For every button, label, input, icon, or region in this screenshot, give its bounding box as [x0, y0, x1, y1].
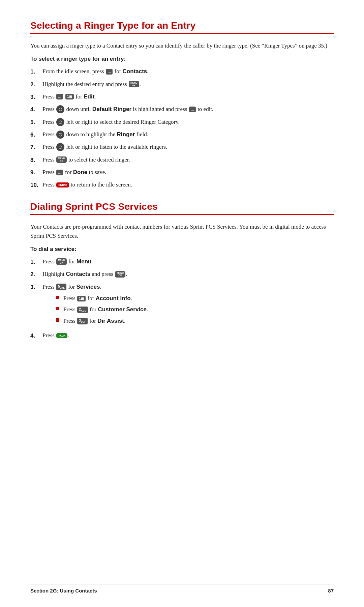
two-key-sub-icon: 2ABC [77, 307, 88, 313]
step-num: 1. [30, 257, 42, 266]
account-info-label: Account Info [96, 295, 131, 301]
step-content: Press ◯ left or right to select the desi… [42, 118, 334, 126]
ringer-label: Ringer [117, 131, 135, 138]
step-content: Press ◯ down to highlight the Ringer fie… [42, 130, 334, 139]
sub-bullet-content: Press 1▩ for Account Info. [63, 294, 132, 303]
step-content: Highlight the desired entry and press ME… [42, 80, 334, 89]
step-2-2: 2. Highlight Contacts and press MENUOK. [30, 270, 334, 279]
options-key-icon: … [56, 94, 63, 99]
sub-bullet-account: Press 1▩ for Account Info. [56, 294, 334, 303]
step-content: Press TALK. [42, 331, 334, 340]
one-key-sub-icon: 1▩ [77, 296, 86, 301]
step-content: Press MENUOK for Menu. [42, 257, 334, 266]
done-label: Done [73, 169, 88, 175]
footer-page-number: 87 [328, 588, 334, 594]
sub-bullet-content: Press 3DEF for Dir Assist. [63, 317, 125, 325]
nav-key-icon: ◯ [56, 131, 64, 139]
nav-key-icon: ◯ [56, 143, 64, 151]
services-sub-list: Press 1▩ for Account Info. Press 2ABC fo… [42, 294, 334, 325]
menu-ok-key-icon: MENUOK [115, 271, 125, 278]
section2-steps: 1. Press MENUOK for Menu. 2. Highlight C… [30, 257, 334, 340]
five-key-icon: 5JKL [56, 284, 66, 290]
step-1-3: 3. Press … 1▩ for Edit. [30, 92, 334, 102]
talk-key-icon: TALK [56, 333, 67, 338]
step-num: 2. [30, 270, 42, 279]
step-content: Press END/O to return to the idle screen… [42, 180, 334, 189]
step-2-4: 4. Press TALK. [30, 331, 334, 340]
contacts-key-icon: … [106, 69, 113, 75]
end-key-icon: END/O [56, 182, 69, 187]
step-content: Press … 1▩ for Edit. [42, 92, 334, 101]
step-1-10: 10. Press END/O to return to the idle sc… [30, 180, 334, 190]
default-ringer-label: Default Ringer [92, 106, 131, 112]
step-num: 5. [30, 118, 42, 127]
section2-body: Your Contacts are pre-programmed with co… [30, 222, 334, 240]
services-label: Services [76, 284, 100, 290]
step-content: Press 5JKL for Services. Press 1▩ for Ac… [42, 283, 334, 328]
step-num: 4. [30, 331, 42, 340]
sub-bullet-content: Press 2ABC for Customer Service. [63, 305, 148, 314]
step-content: Highlight Contacts and press MENUOK. [42, 270, 334, 279]
menu-ok-key-icon: MENUOK [56, 156, 67, 163]
red-bullet-icon [56, 307, 59, 310]
section1-title: Selecting a Ringer Type for an Entry [30, 20, 334, 31]
menu-label: Menu [77, 258, 91, 265]
page-footer: Section 2G: Using Contacts 87 [30, 584, 334, 594]
edit-label: Edit [84, 93, 94, 100]
step-num: 4. [30, 105, 42, 114]
section1-steps: 1. From the idle screen, press … for Con… [30, 67, 334, 190]
step-num: 9. [30, 168, 42, 177]
step-2-1: 1. Press MENUOK for Menu. [30, 257, 334, 266]
step-content: Press MENUOK to select the desired ringe… [42, 155, 334, 164]
menu-ok-key-icon: MENUOK [56, 258, 67, 265]
red-bullet-icon [56, 296, 59, 299]
step-num: 10. [30, 180, 42, 190]
step-num: 3. [30, 283, 42, 292]
contacts-label: Contacts [123, 68, 147, 75]
options-key-icon2: … [189, 107, 196, 112]
step-content: Press ◯ left or right to listen to the a… [42, 143, 334, 151]
nav-key-icon: ◯ [56, 118, 64, 126]
section1-divider [30, 33, 334, 34]
nav-key-icon: ◯ [56, 105, 64, 113]
step-num: 3. [30, 92, 42, 102]
step-1-8: 8. Press MENUOK to select the desired ri… [30, 155, 334, 165]
step-1-1: 1. From the idle screen, press … for Con… [30, 67, 334, 76]
step-1-5: 5. Press ◯ left or right to select the d… [30, 118, 334, 127]
section2-container: Dialing Sprint PCS Services Your Contact… [30, 201, 334, 341]
sub-bullet-customer: Press 2ABC for Customer Service. [56, 305, 334, 314]
step-1-4: 4. Press ◯ down until Default Ringer is … [30, 105, 334, 114]
sub-bullet-dir: Press 3DEF for Dir Assist. [56, 317, 334, 325]
step-content: From the idle screen, press … for Contac… [42, 67, 334, 76]
red-bullet-icon [56, 318, 59, 322]
step-2-3: 3. Press 5JKL for Services. Press 1▩ for… [30, 283, 334, 328]
step-num: 6. [30, 130, 42, 139]
contacts-bold-label: Contacts [66, 271, 90, 277]
footer-section-label: Section 2G: Using Contacts [30, 588, 97, 594]
section2-subheading: To dial a service: [30, 246, 334, 253]
section1-subheading: To select a ringer type for an entry: [30, 56, 334, 62]
section2-title: Dialing Sprint PCS Services [30, 201, 334, 212]
step-1-9: 9. Press … for Done to save. [30, 168, 334, 177]
three-key-sub-icon: 3DEF [77, 318, 88, 324]
step-num: 7. [30, 143, 42, 152]
options-key-icon: … [56, 170, 63, 175]
section1-body: You can assign a ringer type to a Contac… [30, 41, 334, 50]
step-1-6: 6. Press ◯ down to highlight the Ringer … [30, 130, 334, 139]
step-num: 1. [30, 67, 42, 76]
step-1-7: 7. Press ◯ left or right to listen to th… [30, 143, 334, 152]
section2-divider [30, 214, 334, 215]
one-key-icon: 1▩ [65, 94, 74, 99]
step-content: Press ◯ down until Default Ringer is hig… [42, 105, 334, 114]
menu-ok-key-icon: MENUOK [129, 81, 139, 87]
step-content: Press … for Done to save. [42, 168, 334, 177]
step-1-2: 2. Highlight the desired entry and press… [30, 80, 334, 89]
customer-service-label: Customer Service [98, 306, 147, 313]
dir-assist-label: Dir Assist [97, 318, 124, 324]
step-num: 2. [30, 80, 42, 89]
step-num: 8. [30, 155, 42, 165]
